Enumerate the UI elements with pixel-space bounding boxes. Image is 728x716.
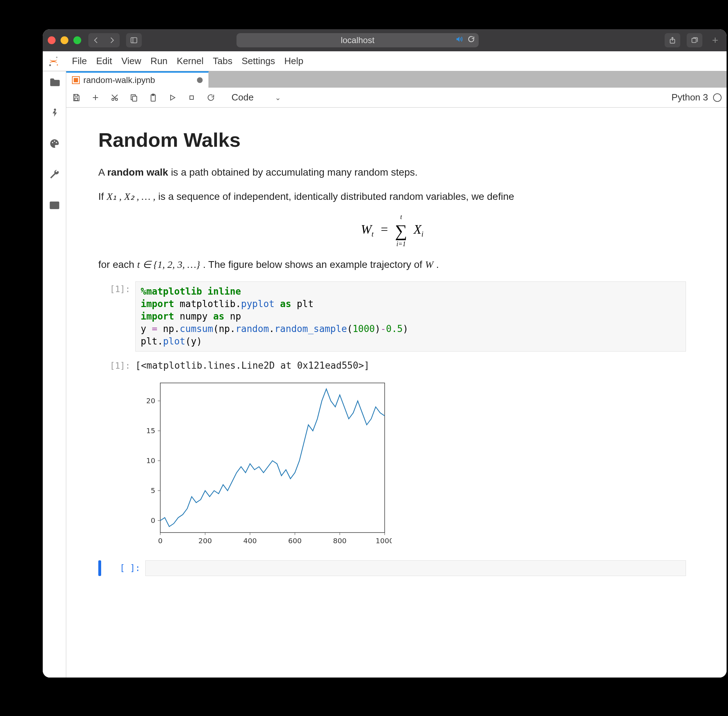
menu-help[interactable]: Help xyxy=(284,56,303,67)
wrench-icon[interactable] xyxy=(48,167,61,181)
chevron-down-icon: ⌄ xyxy=(275,93,281,102)
svg-text:600: 600 xyxy=(288,537,302,545)
menu-kernel[interactable]: Kernel xyxy=(177,56,203,67)
tabs-overview-button[interactable] xyxy=(687,33,702,47)
svg-text:5: 5 xyxy=(151,487,155,495)
audio-icon xyxy=(455,35,463,45)
left-sidebar xyxy=(43,71,66,678)
kernel-name: Python 3 xyxy=(671,92,708,103)
svg-point-6 xyxy=(56,56,57,58)
back-button[interactable] xyxy=(88,33,104,47)
main-area: random-walk.ipynb + Code ⌄ P xyxy=(66,71,726,678)
tab-strip: random-walk.ipynb xyxy=(66,71,726,88)
menubar: File Edit View Run Kernel Tabs Settings … xyxy=(43,51,726,71)
interrupt-button[interactable] xyxy=(187,93,197,103)
code-cell-empty[interactable]: [ ]: xyxy=(98,560,686,576)
svg-text:800: 800 xyxy=(333,537,347,545)
svg-rect-25 xyxy=(160,383,385,532)
minimize-window-button[interactable] xyxy=(61,36,68,44)
svg-text:1000: 1000 xyxy=(376,537,392,545)
menu-file[interactable]: File xyxy=(72,56,87,67)
browser-window: localhost + File Edit xyxy=(43,29,726,678)
svg-rect-0 xyxy=(131,38,137,43)
tab-label: random-walk.ipynb xyxy=(83,75,155,85)
tab-random-walk[interactable]: random-walk.ipynb xyxy=(66,71,209,88)
svg-point-12 xyxy=(56,142,57,143)
svg-rect-15 xyxy=(75,98,77,100)
sidebar-toggle-button[interactable] xyxy=(126,33,142,47)
menu-view[interactable]: View xyxy=(121,56,141,67)
code-editor-empty[interactable] xyxy=(145,560,686,576)
address-text: localhost xyxy=(341,35,375,45)
cut-button[interactable] xyxy=(110,93,120,103)
unsaved-indicator xyxy=(197,77,203,83)
notebook-icon xyxy=(72,76,80,84)
active-cell-indicator xyxy=(98,560,101,576)
svg-rect-24 xyxy=(190,96,193,99)
tabs-icon[interactable] xyxy=(48,198,61,212)
formula: Wt = t ∑ i=1 Xi xyxy=(98,213,686,248)
svg-text:20: 20 xyxy=(146,397,155,405)
kernel-status-icon xyxy=(713,93,722,102)
paste-button[interactable] xyxy=(148,93,158,103)
restart-button[interactable] xyxy=(206,93,216,103)
in-prompt-1: [1]: xyxy=(98,281,130,294)
address-bar[interactable]: localhost xyxy=(237,33,479,47)
menu-run[interactable]: Run xyxy=(151,56,168,67)
copy-button[interactable] xyxy=(129,93,139,103)
svg-point-10 xyxy=(52,142,53,143)
code-cell-1[interactable]: [1]: %matplotlib inline import matplotli… xyxy=(98,281,686,352)
trajectory-paragraph: for each t ∈ {1, 2, 3, …} . The figure b… xyxy=(98,257,686,272)
svg-text:0: 0 xyxy=(151,517,155,525)
svg-rect-20 xyxy=(132,96,137,101)
out-prompt-1: [1]: xyxy=(98,358,130,371)
svg-point-11 xyxy=(54,141,55,142)
maximize-window-button[interactable] xyxy=(73,36,81,44)
running-icon[interactable] xyxy=(48,106,61,120)
svg-point-8 xyxy=(57,64,58,65)
titlebar: localhost + xyxy=(43,29,726,51)
output-chart: 0200400600800100005101520 xyxy=(135,376,686,552)
close-window-button[interactable] xyxy=(48,36,56,44)
line-chart: 0200400600800100005101520 xyxy=(135,376,392,551)
svg-text:0: 0 xyxy=(158,537,163,545)
svg-text:15: 15 xyxy=(146,427,155,435)
svg-rect-14 xyxy=(75,94,77,96)
svg-rect-13 xyxy=(50,202,59,209)
svg-marker-23 xyxy=(171,95,175,100)
in-prompt-empty: [ ]: xyxy=(108,560,140,573)
svg-text:400: 400 xyxy=(243,537,257,545)
notebook-area[interactable]: Random Walks A random walk is a path obt… xyxy=(66,108,726,678)
kernel-indicator[interactable]: Python 3 xyxy=(671,92,722,103)
cell-type-label: Code xyxy=(232,92,253,103)
palette-icon[interactable] xyxy=(48,137,61,150)
svg-text:200: 200 xyxy=(199,537,212,545)
window-controls xyxy=(48,36,81,44)
cell-type-select[interactable]: Code ⌄ xyxy=(232,92,281,103)
save-button[interactable] xyxy=(71,93,81,103)
svg-point-9 xyxy=(54,109,56,111)
insert-cell-button[interactable]: + xyxy=(91,93,100,103)
menu-edit[interactable]: Edit xyxy=(96,56,112,67)
share-button[interactable] xyxy=(664,33,680,47)
new-tab-button[interactable]: + xyxy=(709,34,722,46)
reload-icon[interactable] xyxy=(467,35,475,45)
svg-text:10: 10 xyxy=(146,457,155,465)
code-editor-1[interactable]: %matplotlib inline import matplotlib.pyp… xyxy=(135,281,686,352)
page-title: Random Walks xyxy=(98,128,686,152)
intro-paragraph: A random walk is a path obtained by accu… xyxy=(98,165,686,180)
menu-settings[interactable]: Settings xyxy=(241,56,275,67)
run-button[interactable] xyxy=(167,93,177,103)
jupyter-logo xyxy=(46,54,61,68)
output-text-1: [<matplotlib.lines.Line2D at 0x121ead550… xyxy=(135,358,686,373)
svg-point-7 xyxy=(49,64,51,66)
nav-back-forward xyxy=(88,33,120,47)
menu-tabs[interactable]: Tabs xyxy=(212,56,232,67)
folder-icon[interactable] xyxy=(48,76,61,89)
svg-rect-5 xyxy=(692,38,696,43)
notebook-toolbar: + Code ⌄ Python 3 xyxy=(66,88,726,108)
forward-button[interactable] xyxy=(104,33,120,47)
definition-paragraph: If X₁ , X₂ , … , is a sequence of indepe… xyxy=(98,189,686,204)
output-cell-1: [1]: [<matplotlib.lines.Line2D at 0x121e… xyxy=(98,358,686,373)
svg-marker-2 xyxy=(457,37,460,42)
